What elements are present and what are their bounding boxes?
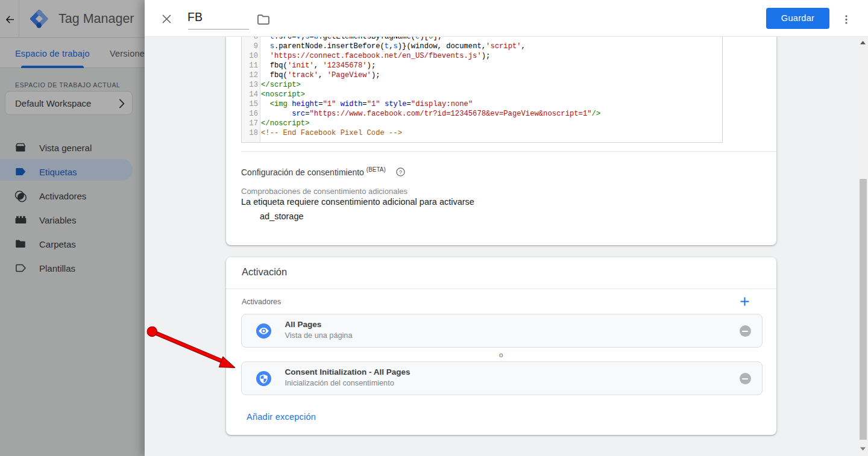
svg-text:?: ?: [399, 169, 402, 175]
